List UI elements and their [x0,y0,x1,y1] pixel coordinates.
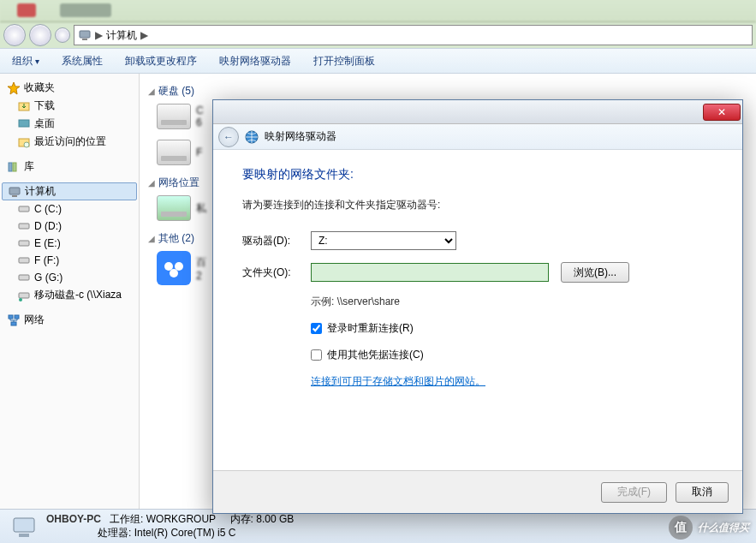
back-button[interactable] [3,24,26,46]
uninstall-programs-button[interactable]: 卸载或更改程序 [122,51,200,71]
other-credentials-checkbox[interactable] [311,349,322,361]
svg-marker-2 [8,82,20,94]
browser-tab-strip [0,0,756,22]
history-dropdown-button[interactable] [55,27,70,43]
drive-item[interactable]: F [157,140,202,165]
recent-icon [17,135,31,149]
svg-rect-0 [80,31,90,38]
details-bar: OHBOY-PC 工作组: WORKGROUP 内存: 8.00 GB 处理器:… [0,509,756,543]
network-drive-item[interactable]: 私 [157,195,206,221]
svg-point-17 [19,298,22,301]
address-bar[interactable]: ▶ 计算机 ▶ [74,25,753,45]
svg-rect-11 [19,206,29,212]
drive-icon [17,254,31,267]
collapse-icon: ◢ [148,87,155,96]
close-icon: ✕ [717,106,726,118]
sidebar-item-label: 网络 [24,313,45,327]
watermark: 值 什么值得买 [669,516,749,540]
sidebar-desktop[interactable]: 桌面 [2,115,137,133]
sidebar-item-label: G (G:) [34,272,63,283]
sidebar-drive-f[interactable]: F (F:) [2,252,137,269]
drive-select[interactable]: Z: [311,231,456,250]
finish-button[interactable]: 完成(F) [601,482,667,503]
cpu-label: 处理器: [98,527,131,539]
breadcrumb-sep-icon: ▶ [95,29,103,41]
organize-button[interactable]: 组织 [9,51,43,71]
drive-icon [17,271,31,284]
computer-name: OHBOY-PC [46,513,101,525]
browse-button[interactable]: 浏览(B)... [561,262,629,283]
drive-item[interactable]: C6 [157,104,204,129]
category-disks[interactable]: ◢硬盘 (5) [148,84,747,98]
sidebar-downloads[interactable]: 下载 [2,97,137,115]
folder-input[interactable] [311,263,549,282]
back-button[interactable]: ← [218,127,239,147]
dialog-nav: ← 映射网络驱动器 [213,124,742,150]
map-network-drive-dialog: ✕ ← 映射网络驱动器 要映射的网络文件夹: 请为要连接到的连接和文件夹指定驱动… [212,99,743,514]
svg-rect-4 [19,120,29,127]
svg-rect-15 [19,275,29,280]
memory-label: 内存: [230,513,253,525]
svg-rect-1 [82,39,87,40]
svg-rect-13 [19,241,29,246]
sidebar-network[interactable]: 网络 [2,311,137,329]
svg-rect-21 [157,251,191,285]
baidu-drive-item[interactable]: 百2 [157,251,206,285]
sidebar-libraries[interactable]: 库 [2,158,137,176]
svg-rect-26 [19,534,29,537]
sidebar-item-label: 最近访问的位置 [34,134,106,149]
reconnect-checkbox[interactable] [311,323,322,334]
sidebar-drive-e[interactable]: E (E:) [2,235,137,252]
svg-rect-20 [11,322,16,325]
navigation-row: ▶ 计算机 ▶ [0,22,756,48]
sidebar-item-label: C (C:) [34,203,62,215]
arrow-left-icon: ← [223,131,234,143]
dialog-titlebar: ✕ [213,100,742,124]
sidebar-item-label: F (F:) [34,254,59,266]
workgroup-label: 工作组: [110,513,143,525]
svg-point-23 [175,262,183,271]
sidebar-recent[interactable]: 最近访问的位置 [2,133,137,151]
desktop-icon [17,117,31,131]
open-control-panel-button[interactable]: 打开控制面板 [310,51,378,71]
watermark-badge-icon: 值 [669,516,693,540]
svg-point-24 [170,269,178,277]
breadcrumb-root[interactable]: 计算机 [106,28,137,43]
storage-website-link[interactable]: 连接到可用于存储文档和图片的网站。 [311,375,485,387]
workgroup-value: WORKGROUP [146,513,216,525]
network-drive-icon [17,289,31,302]
svg-rect-25 [14,518,34,532]
download-icon [17,99,31,113]
forward-button[interactable] [29,24,51,46]
sidebar-favorites[interactable]: 收藏夹 [2,79,137,97]
sidebar-item-label: 移动磁盘-c (\\Xiaza [34,288,122,302]
collapse-icon: ◢ [148,234,155,243]
svg-rect-9 [9,188,20,194]
svg-rect-19 [15,315,19,319]
sidebar-item-label: E (E:) [34,237,61,249]
system-properties-button[interactable]: 系统属性 [58,51,106,71]
collapse-icon: ◢ [148,178,155,188]
category-label: 其他 (2) [158,231,194,246]
cancel-button[interactable]: 取消 [676,482,729,503]
computer-large-icon [10,513,38,540]
dialog-subtitle: 请为要连接到的连接和文件夹指定驱动器号: [242,198,713,212]
globe-drive-icon [244,129,259,145]
svg-point-6 [24,142,29,147]
sidebar-computer[interactable]: 计算机 [2,182,137,200]
map-network-drive-button[interactable]: 映射网络驱动器 [216,51,295,71]
dialog-body: 要映射的网络文件夹: 请为要连接到的连接和文件夹指定驱动器号: 驱动器(D): … [213,150,742,470]
close-button[interactable]: ✕ [703,104,741,121]
reconnect-label: 登录时重新连接(R) [327,321,414,336]
command-toolbar: 组织 系统属性 卸载或更改程序 映射网络驱动器 打开控制面板 [0,48,756,74]
drive-icon [17,219,31,233]
sidebar-drive-g[interactable]: G (G:) [2,269,137,286]
sidebar-network-drive[interactable]: 移动磁盘-c (\\Xiaza [2,286,137,304]
dialog-title: 映射网络驱动器 [265,129,336,144]
svg-rect-12 [19,224,29,229]
dialog-footer: 完成(F) 取消 [213,470,742,513]
sidebar-drive-d[interactable]: D (D:) [2,218,137,235]
sidebar-drive-c[interactable]: C (C:) [2,200,137,218]
svg-rect-14 [19,258,29,263]
sidebar-item-label: D (D:) [34,220,62,232]
